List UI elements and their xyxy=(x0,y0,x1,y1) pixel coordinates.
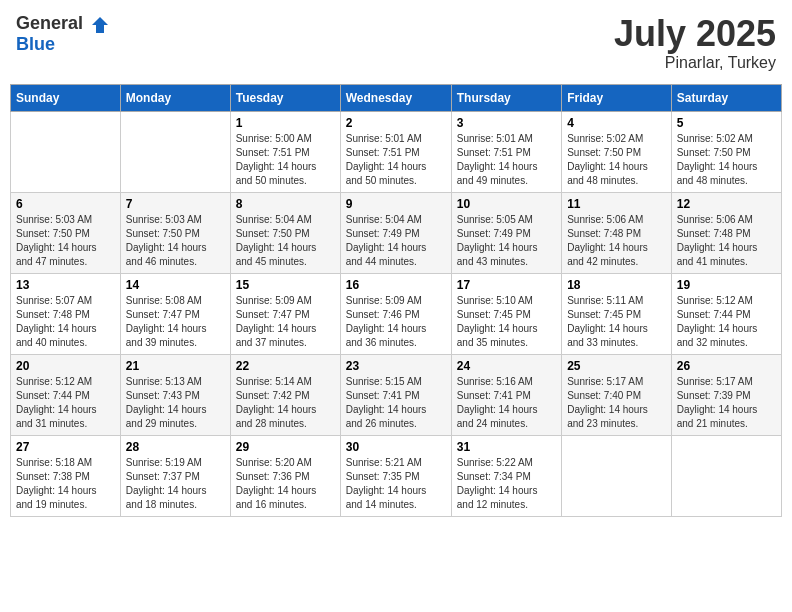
day-number: 11 xyxy=(567,197,666,211)
day-number: 15 xyxy=(236,278,335,292)
location-title: Pinarlar, Turkey xyxy=(614,54,776,72)
day-number: 19 xyxy=(677,278,776,292)
day-number: 29 xyxy=(236,440,335,454)
col-header-thursday: Thursday xyxy=(451,84,561,111)
logo-icon xyxy=(90,15,110,35)
day-number: 16 xyxy=(346,278,446,292)
col-header-tuesday: Tuesday xyxy=(230,84,340,111)
day-info: Sunrise: 5:06 AM Sunset: 7:48 PM Dayligh… xyxy=(567,213,666,269)
title-block: July 2025 Pinarlar, Turkey xyxy=(614,14,776,72)
calendar-cell: 7Sunrise: 5:03 AM Sunset: 7:50 PM Daylig… xyxy=(120,192,230,273)
col-header-wednesday: Wednesday xyxy=(340,84,451,111)
day-info: Sunrise: 5:12 AM Sunset: 7:44 PM Dayligh… xyxy=(677,294,776,350)
calendar-cell: 27Sunrise: 5:18 AM Sunset: 7:38 PM Dayli… xyxy=(11,435,121,516)
col-header-monday: Monday xyxy=(120,84,230,111)
calendar-cell: 4Sunrise: 5:02 AM Sunset: 7:50 PM Daylig… xyxy=(562,111,672,192)
day-info: Sunrise: 5:02 AM Sunset: 7:50 PM Dayligh… xyxy=(567,132,666,188)
calendar-cell xyxy=(562,435,672,516)
day-info: Sunrise: 5:09 AM Sunset: 7:47 PM Dayligh… xyxy=(236,294,335,350)
calendar-cell: 25Sunrise: 5:17 AM Sunset: 7:40 PM Dayli… xyxy=(562,354,672,435)
day-info: Sunrise: 5:04 AM Sunset: 7:50 PM Dayligh… xyxy=(236,213,335,269)
calendar-cell: 11Sunrise: 5:06 AM Sunset: 7:48 PM Dayli… xyxy=(562,192,672,273)
calendar-cell: 31Sunrise: 5:22 AM Sunset: 7:34 PM Dayli… xyxy=(451,435,561,516)
calendar-header-row: SundayMondayTuesdayWednesdayThursdayFrid… xyxy=(11,84,782,111)
day-info: Sunrise: 5:17 AM Sunset: 7:39 PM Dayligh… xyxy=(677,375,776,431)
calendar-cell: 18Sunrise: 5:11 AM Sunset: 7:45 PM Dayli… xyxy=(562,273,672,354)
calendar-cell: 21Sunrise: 5:13 AM Sunset: 7:43 PM Dayli… xyxy=(120,354,230,435)
day-number: 4 xyxy=(567,116,666,130)
day-number: 9 xyxy=(346,197,446,211)
calendar-cell: 14Sunrise: 5:08 AM Sunset: 7:47 PM Dayli… xyxy=(120,273,230,354)
day-info: Sunrise: 5:10 AM Sunset: 7:45 PM Dayligh… xyxy=(457,294,556,350)
day-info: Sunrise: 5:08 AM Sunset: 7:47 PM Dayligh… xyxy=(126,294,225,350)
logo: General Blue xyxy=(16,14,110,55)
day-number: 17 xyxy=(457,278,556,292)
calendar-cell: 16Sunrise: 5:09 AM Sunset: 7:46 PM Dayli… xyxy=(340,273,451,354)
day-info: Sunrise: 5:13 AM Sunset: 7:43 PM Dayligh… xyxy=(126,375,225,431)
day-info: Sunrise: 5:00 AM Sunset: 7:51 PM Dayligh… xyxy=(236,132,335,188)
calendar-cell xyxy=(11,111,121,192)
day-number: 22 xyxy=(236,359,335,373)
calendar-cell: 28Sunrise: 5:19 AM Sunset: 7:37 PM Dayli… xyxy=(120,435,230,516)
day-info: Sunrise: 5:12 AM Sunset: 7:44 PM Dayligh… xyxy=(16,375,115,431)
calendar-cell: 1Sunrise: 5:00 AM Sunset: 7:51 PM Daylig… xyxy=(230,111,340,192)
day-info: Sunrise: 5:03 AM Sunset: 7:50 PM Dayligh… xyxy=(126,213,225,269)
calendar-cell: 23Sunrise: 5:15 AM Sunset: 7:41 PM Dayli… xyxy=(340,354,451,435)
day-number: 14 xyxy=(126,278,225,292)
day-number: 13 xyxy=(16,278,115,292)
day-info: Sunrise: 5:22 AM Sunset: 7:34 PM Dayligh… xyxy=(457,456,556,512)
day-info: Sunrise: 5:02 AM Sunset: 7:50 PM Dayligh… xyxy=(677,132,776,188)
calendar-cell: 20Sunrise: 5:12 AM Sunset: 7:44 PM Dayli… xyxy=(11,354,121,435)
calendar-cell xyxy=(120,111,230,192)
calendar-cell: 15Sunrise: 5:09 AM Sunset: 7:47 PM Dayli… xyxy=(230,273,340,354)
day-number: 8 xyxy=(236,197,335,211)
day-info: Sunrise: 5:17 AM Sunset: 7:40 PM Dayligh… xyxy=(567,375,666,431)
day-number: 28 xyxy=(126,440,225,454)
calendar-week-5: 27Sunrise: 5:18 AM Sunset: 7:38 PM Dayli… xyxy=(11,435,782,516)
calendar-cell: 6Sunrise: 5:03 AM Sunset: 7:50 PM Daylig… xyxy=(11,192,121,273)
day-info: Sunrise: 5:04 AM Sunset: 7:49 PM Dayligh… xyxy=(346,213,446,269)
month-title: July 2025 xyxy=(614,14,776,54)
calendar-cell: 12Sunrise: 5:06 AM Sunset: 7:48 PM Dayli… xyxy=(671,192,781,273)
day-info: Sunrise: 5:07 AM Sunset: 7:48 PM Dayligh… xyxy=(16,294,115,350)
calendar-cell: 19Sunrise: 5:12 AM Sunset: 7:44 PM Dayli… xyxy=(671,273,781,354)
day-number: 27 xyxy=(16,440,115,454)
day-info: Sunrise: 5:14 AM Sunset: 7:42 PM Dayligh… xyxy=(236,375,335,431)
day-number: 1 xyxy=(236,116,335,130)
calendar-cell: 2Sunrise: 5:01 AM Sunset: 7:51 PM Daylig… xyxy=(340,111,451,192)
calendar-cell: 9Sunrise: 5:04 AM Sunset: 7:49 PM Daylig… xyxy=(340,192,451,273)
day-number: 25 xyxy=(567,359,666,373)
day-info: Sunrise: 5:01 AM Sunset: 7:51 PM Dayligh… xyxy=(457,132,556,188)
calendar-week-4: 20Sunrise: 5:12 AM Sunset: 7:44 PM Dayli… xyxy=(11,354,782,435)
day-number: 20 xyxy=(16,359,115,373)
calendar-cell xyxy=(671,435,781,516)
calendar-table: SundayMondayTuesdayWednesdayThursdayFrid… xyxy=(10,84,782,517)
day-number: 6 xyxy=(16,197,115,211)
logo-general: General xyxy=(16,13,83,33)
day-info: Sunrise: 5:16 AM Sunset: 7:41 PM Dayligh… xyxy=(457,375,556,431)
day-number: 24 xyxy=(457,359,556,373)
day-number: 30 xyxy=(346,440,446,454)
day-info: Sunrise: 5:05 AM Sunset: 7:49 PM Dayligh… xyxy=(457,213,556,269)
calendar-cell: 17Sunrise: 5:10 AM Sunset: 7:45 PM Dayli… xyxy=(451,273,561,354)
logo-blue: Blue xyxy=(16,34,55,54)
svg-marker-0 xyxy=(92,17,108,33)
calendar-week-2: 6Sunrise: 5:03 AM Sunset: 7:50 PM Daylig… xyxy=(11,192,782,273)
calendar-cell: 26Sunrise: 5:17 AM Sunset: 7:39 PM Dayli… xyxy=(671,354,781,435)
day-number: 10 xyxy=(457,197,556,211)
day-number: 2 xyxy=(346,116,446,130)
calendar-week-3: 13Sunrise: 5:07 AM Sunset: 7:48 PM Dayli… xyxy=(11,273,782,354)
day-number: 3 xyxy=(457,116,556,130)
calendar-cell: 13Sunrise: 5:07 AM Sunset: 7:48 PM Dayli… xyxy=(11,273,121,354)
day-info: Sunrise: 5:01 AM Sunset: 7:51 PM Dayligh… xyxy=(346,132,446,188)
logo-line1: General xyxy=(16,14,110,35)
calendar-cell: 5Sunrise: 5:02 AM Sunset: 7:50 PM Daylig… xyxy=(671,111,781,192)
calendar-week-1: 1Sunrise: 5:00 AM Sunset: 7:51 PM Daylig… xyxy=(11,111,782,192)
page-header: General Blue July 2025 Pinarlar, Turkey xyxy=(10,10,782,76)
day-info: Sunrise: 5:18 AM Sunset: 7:38 PM Dayligh… xyxy=(16,456,115,512)
day-number: 5 xyxy=(677,116,776,130)
calendar-cell: 22Sunrise: 5:14 AM Sunset: 7:42 PM Dayli… xyxy=(230,354,340,435)
day-info: Sunrise: 5:03 AM Sunset: 7:50 PM Dayligh… xyxy=(16,213,115,269)
day-info: Sunrise: 5:20 AM Sunset: 7:36 PM Dayligh… xyxy=(236,456,335,512)
day-number: 18 xyxy=(567,278,666,292)
